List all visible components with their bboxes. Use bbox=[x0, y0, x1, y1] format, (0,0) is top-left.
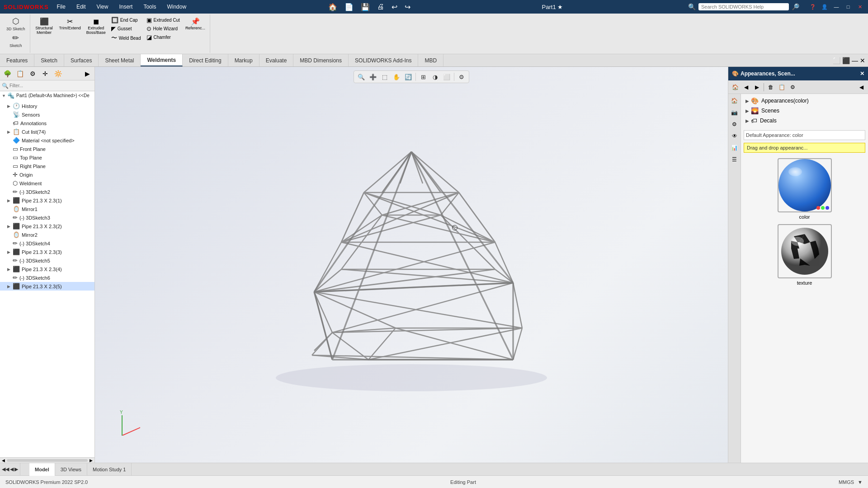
right-panel-close[interactable]: ✕ bbox=[860, 70, 864, 77]
texture-swatch-item[interactable]: texture bbox=[778, 224, 832, 286]
close-btn[interactable]: ✕ bbox=[855, 2, 864, 11]
rp-delete-btn[interactable]: 🗑 bbox=[766, 82, 776, 92]
right-nav-gear[interactable]: ⚙ bbox=[730, 119, 740, 129]
view-orient-btn[interactable]: ⊞ bbox=[418, 72, 429, 82]
bb-tab-motion[interactable]: Motion Study 1 bbox=[87, 463, 132, 476]
right-nav-eye[interactable]: 👁 bbox=[730, 131, 740, 141]
reference-btn[interactable]: 📌 Referenc... bbox=[184, 16, 207, 31]
rp-home-btn[interactable]: 🏠 bbox=[730, 82, 740, 92]
config-manager-btn[interactable]: ⚙ bbox=[27, 68, 38, 79]
tree-item-3dsketch6[interactable]: ✏ (-) 3DSketch6 bbox=[0, 273, 94, 282]
tree-item-history[interactable]: ▶ 🕐 History bbox=[0, 102, 94, 110]
bb-tab-3dviews[interactable]: 3D Views bbox=[55, 463, 87, 476]
rp-settings-btn[interactable]: ⚙ bbox=[788, 82, 797, 92]
tab-markup[interactable]: Markup bbox=[228, 54, 259, 66]
pan-btn[interactable]: ✋ bbox=[391, 72, 402, 82]
right-nav-camera[interactable]: 📷 bbox=[730, 108, 740, 117]
tab-bar-icon2[interactable]: ⬛ bbox=[842, 57, 850, 64]
menu-edit[interactable]: Edit bbox=[74, 3, 89, 11]
tree-item-origin[interactable]: ✛ Origin bbox=[0, 170, 94, 179]
maximize-btn[interactable]: □ bbox=[844, 2, 853, 11]
display-manager-btn[interactable]: 🔆 bbox=[52, 68, 63, 79]
tree-item-mirror1[interactable]: 🪞 Mirror1 bbox=[0, 205, 94, 213]
scroll-right-btn[interactable]: ▶ bbox=[90, 458, 93, 463]
tree-item-3dsketch4[interactable]: ✏ (-) 3DSketch4 bbox=[0, 239, 94, 248]
user-icon[interactable]: 👤 bbox=[820, 2, 829, 11]
tab-bar-close[interactable]: ✕ bbox=[860, 57, 865, 64]
structural-member-btn[interactable]: ⬛ StructuralMember bbox=[33, 16, 56, 36]
bb-tab-model[interactable]: Model bbox=[29, 463, 55, 476]
tab-bar-icon1[interactable]: ⬜ bbox=[833, 57, 840, 64]
decals-item[interactable]: ▶ 🏷 Decals bbox=[743, 116, 866, 126]
search-submit-icon[interactable]: 🔎 bbox=[792, 3, 799, 10]
tab-sketch[interactable]: Sketch bbox=[34, 54, 64, 66]
zoom-box-btn[interactable]: ⬚ bbox=[379, 72, 390, 82]
tab-sheet-metal[interactable]: Sheet Metal bbox=[99, 54, 141, 66]
tab-weldments[interactable]: Weldments bbox=[141, 54, 183, 66]
minimize-btn[interactable]: — bbox=[832, 2, 841, 11]
tree-item-sensors[interactable]: 📡 Sensors bbox=[0, 110, 94, 119]
rotate-btn[interactable]: 🔄 bbox=[403, 72, 414, 82]
scroll-left-btn[interactable]: ◀ bbox=[2, 458, 5, 463]
menu-view[interactable]: View bbox=[94, 3, 111, 11]
zoom-to-fit-btn[interactable]: 🔍 bbox=[356, 72, 367, 82]
bottom-back-btn[interactable]: ◀ bbox=[10, 466, 14, 472]
right-nav-chart[interactable]: 📊 bbox=[730, 143, 740, 153]
gusset-btn[interactable]: ◤ Gusset bbox=[109, 25, 143, 33]
tree-item-3dsketch2[interactable]: ✏ (-) 3DSketch2 bbox=[0, 188, 94, 196]
extruded-cut-btn[interactable]: ▣ Extruded Cut bbox=[145, 16, 182, 24]
tree-item-weldment[interactable]: ⬡ Weldment bbox=[0, 179, 94, 188]
units-dropdown-btn[interactable]: ▼ bbox=[858, 479, 863, 485]
tab-solidworks-addins[interactable]: SOLIDWORKS Add-Ins bbox=[349, 54, 418, 66]
texture-swatch-box[interactable] bbox=[778, 224, 832, 278]
tab-bar-icon3[interactable]: — bbox=[852, 57, 858, 64]
bottom-fwd-btn[interactable]: ▶ bbox=[14, 466, 18, 472]
hole-wizard-btn[interactable]: ⊙ Hole Wizard bbox=[145, 25, 182, 33]
undo-icon[interactable]: ↩ bbox=[389, 2, 400, 12]
property-manager-btn[interactable]: 📋 bbox=[14, 68, 25, 79]
3d-sketch-btn[interactable]: ⬡ 3D Sketch bbox=[5, 15, 27, 32]
tree-item-annotations[interactable]: 🏷 Annotations bbox=[0, 119, 94, 127]
dim-xpert-btn[interactable]: ✛ bbox=[40, 68, 51, 79]
zoom-in-btn[interactable]: ➕ bbox=[368, 72, 378, 82]
tab-surfaces[interactable]: Surfaces bbox=[64, 54, 99, 66]
appearances-color-item[interactable]: ▶ 🎨 Appearances(color) bbox=[743, 96, 866, 106]
tree-item-pipe4[interactable]: ▶ ⬛ Pipe 21.3 X 2.3(4) bbox=[0, 265, 94, 273]
menu-file[interactable]: File bbox=[54, 3, 68, 11]
rp-forward-btn[interactable]: ▶ bbox=[752, 82, 762, 92]
tree-root[interactable]: ▼ 🔩 Part1 (Default<As Machined>) <<De bbox=[0, 91, 94, 100]
new-icon[interactable]: 📄 bbox=[342, 2, 356, 12]
help-icon[interactable]: ❓ bbox=[808, 2, 817, 11]
view-display-btn[interactable]: ◑ bbox=[429, 72, 440, 82]
right-nav-home[interactable]: 🏠 bbox=[730, 96, 740, 106]
tab-evaluate[interactable]: Evaluate bbox=[259, 54, 294, 66]
menu-insert[interactable]: Insert bbox=[116, 3, 135, 11]
end-cap-btn[interactable]: 🔲 End Cap bbox=[109, 16, 143, 24]
menu-window[interactable]: Window bbox=[164, 3, 189, 11]
trim-extend-btn[interactable]: ✂ Trim/Extend bbox=[57, 16, 83, 31]
tab-direct-editing[interactable]: Direct Editing bbox=[183, 54, 228, 66]
panel-expand-btn[interactable]: ▶ bbox=[82, 68, 93, 79]
tree-item-front-plane[interactable]: ▭ Front Plane bbox=[0, 145, 94, 153]
scenes-item[interactable]: ▶ 🌄 Scenes bbox=[743, 106, 866, 116]
tab-features[interactable]: Features bbox=[0, 54, 34, 66]
bottom-prev-btn[interactable]: ◀◀ bbox=[2, 466, 9, 472]
tree-item-3dsketch3[interactable]: ✏ (-) 3DSketch3 bbox=[0, 213, 94, 222]
print-icon[interactable]: 🖨 bbox=[374, 2, 387, 12]
tree-item-3dsketch5[interactable]: ✏ (-) 3DSketch5 bbox=[0, 256, 94, 265]
rp-copy-btn[interactable]: 📋 bbox=[777, 82, 787, 92]
tree-item-mirror2[interactable]: 🪞 Mirror2 bbox=[0, 230, 94, 239]
tab-mbd-dimensions[interactable]: MBD Dimensions bbox=[293, 54, 349, 66]
color-swatch-item[interactable]: color bbox=[778, 158, 832, 220]
sketch-btn[interactable]: ✏ Sketch bbox=[8, 32, 24, 49]
tab-mbd[interactable]: MBD bbox=[418, 54, 443, 66]
viewport[interactable]: 🔍 ➕ ⬚ ✋ 🔄 ⊞ ◑ ⬜ ⚙ bbox=[95, 67, 728, 463]
right-nav-list[interactable]: ☰ bbox=[730, 155, 740, 164]
weld-bead-btn[interactable]: 〜 Weld Bead bbox=[109, 33, 143, 42]
rp-collapse-btn[interactable]: ◀ bbox=[856, 82, 866, 92]
tree-item-pipe3[interactable]: ▶ ⬛ Pipe 21.3 X 2.3(3) bbox=[0, 248, 94, 256]
view-section-btn[interactable]: ⬜ bbox=[441, 72, 452, 82]
tree-item-pipe5[interactable]: ▶ ⬛ Pipe 21.3 X 2.3(5) bbox=[0, 282, 94, 291]
search-input[interactable] bbox=[698, 3, 789, 10]
redo-icon[interactable]: ↪ bbox=[402, 2, 413, 12]
